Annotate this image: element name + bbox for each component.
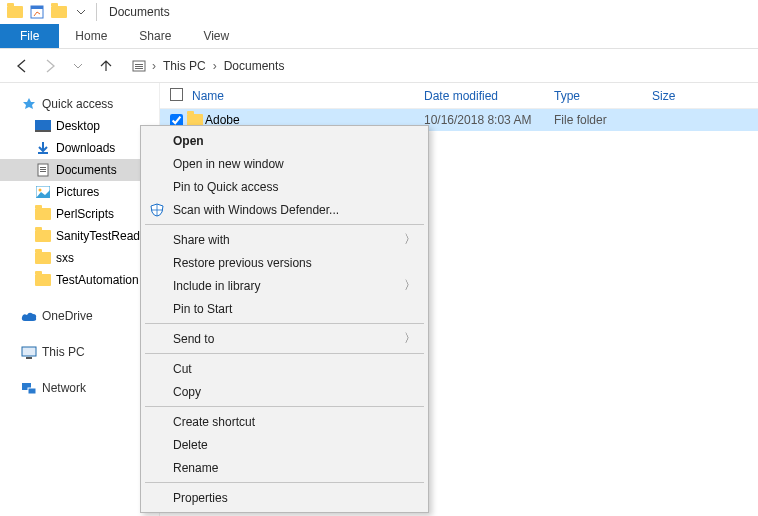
- download-icon: [34, 140, 52, 156]
- sidebar-item-pictures[interactable]: Pictures: [0, 181, 159, 203]
- separator: [145, 353, 424, 354]
- ctx-rename[interactable]: Rename: [143, 456, 426, 479]
- column-name[interactable]: Name: [192, 89, 424, 103]
- sidebar-network[interactable]: Network: [0, 377, 159, 399]
- tab-home[interactable]: Home: [59, 24, 123, 48]
- chevron-right-icon: 〉: [404, 330, 416, 347]
- svg-rect-1: [31, 6, 43, 9]
- ctx-pin-start[interactable]: Pin to Start: [143, 297, 426, 320]
- ctx-include-library[interactable]: Include in library〉: [143, 274, 426, 297]
- column-date[interactable]: Date modified: [424, 89, 554, 103]
- svg-rect-11: [40, 169, 46, 170]
- sidebar-item-sxs[interactable]: sxs: [0, 247, 159, 269]
- column-headers[interactable]: Name Date modified Type Size: [160, 83, 758, 109]
- shield-icon: [149, 202, 165, 218]
- breadcrumb-thispc[interactable]: This PC: [158, 59, 211, 73]
- ribbon: File Home Share View: [0, 24, 758, 49]
- svg-rect-16: [22, 347, 36, 356]
- ctx-cut[interactable]: Cut: [143, 357, 426, 380]
- label: Send to: [173, 332, 214, 346]
- address-folder-icon: [131, 58, 147, 74]
- app-icon: [7, 4, 23, 20]
- folder-icon: [34, 250, 52, 266]
- qat-newfolder-icon[interactable]: [51, 4, 67, 20]
- ctx-pin-quick-access[interactable]: Pin to Quick access: [143, 175, 426, 198]
- folder-icon: [34, 228, 52, 244]
- title-bar: Documents: [0, 0, 758, 24]
- label: Include in library: [173, 279, 260, 293]
- file-date: 10/16/2018 8:03 AM: [424, 113, 554, 127]
- tab-share[interactable]: Share: [123, 24, 187, 48]
- select-all-checkbox[interactable]: [170, 88, 183, 101]
- tab-file[interactable]: File: [0, 24, 59, 48]
- column-type[interactable]: Type: [554, 89, 652, 103]
- separator: [145, 406, 424, 407]
- svg-rect-10: [40, 167, 46, 168]
- chevron-right-icon[interactable]: ›: [152, 59, 156, 73]
- sidebar-onedrive[interactable]: OneDrive: [0, 305, 159, 327]
- label: Documents: [56, 163, 117, 177]
- separator: [145, 482, 424, 483]
- file-type: File folder: [554, 113, 652, 127]
- address-bar[interactable]: › This PC › Documents: [128, 58, 289, 74]
- ctx-open-new-window[interactable]: Open in new window: [143, 152, 426, 175]
- pc-icon: [20, 344, 38, 360]
- label: TestAutomation: [56, 273, 139, 287]
- svg-rect-12: [40, 171, 46, 172]
- ctx-send-to[interactable]: Send to〉: [143, 327, 426, 350]
- up-button[interactable]: [94, 54, 118, 78]
- separator: [96, 3, 97, 21]
- svg-rect-4: [135, 66, 143, 67]
- label: Downloads: [56, 141, 115, 155]
- sidebar-item-downloads[interactable]: Downloads: [0, 137, 159, 159]
- qat-properties-icon[interactable]: [29, 4, 45, 20]
- ctx-open[interactable]: Open: [143, 129, 426, 152]
- svg-rect-3: [135, 64, 143, 65]
- back-button[interactable]: [10, 54, 34, 78]
- chevron-right-icon[interactable]: ›: [213, 59, 217, 73]
- separator: [145, 323, 424, 324]
- ctx-copy[interactable]: Copy: [143, 380, 426, 403]
- sidebar-item-sanitytestread[interactable]: SanityTestRead: [0, 225, 159, 247]
- label: OneDrive: [42, 309, 93, 323]
- sidebar-thispc[interactable]: This PC: [0, 341, 159, 363]
- sidebar-item-testautomation[interactable]: TestAutomation: [0, 269, 159, 291]
- cloud-icon: [20, 308, 38, 324]
- tab-view[interactable]: View: [187, 24, 245, 48]
- sidebar-quick-access[interactable]: Quick access: [0, 93, 159, 115]
- breadcrumb-documents[interactable]: Documents: [219, 59, 290, 73]
- ctx-restore-versions[interactable]: Restore previous versions: [143, 251, 426, 274]
- label: Desktop: [56, 119, 100, 133]
- label: SanityTestRead: [56, 229, 140, 243]
- svg-rect-6: [35, 120, 51, 130]
- forward-button[interactable]: [38, 54, 62, 78]
- sidebar-item-perlscripts[interactable]: PerlScripts: [0, 203, 159, 225]
- sidebar-item-documents[interactable]: Documents: [0, 159, 159, 181]
- qat-dropdown-icon[interactable]: [73, 4, 89, 20]
- column-size[interactable]: Size: [652, 89, 712, 103]
- svg-rect-7: [35, 130, 51, 132]
- recent-dropdown-icon[interactable]: [66, 54, 90, 78]
- pictures-icon: [34, 184, 52, 200]
- context-menu: Open Open in new window Pin to Quick acc…: [140, 125, 429, 513]
- document-icon: [34, 162, 52, 178]
- svg-point-14: [39, 189, 42, 192]
- svg-rect-17: [26, 357, 32, 359]
- sidebar-item-desktop[interactable]: Desktop: [0, 115, 159, 137]
- ctx-share-with[interactable]: Share with〉: [143, 228, 426, 251]
- folder-icon: [34, 272, 52, 288]
- ctx-delete[interactable]: Delete: [143, 433, 426, 456]
- desktop-icon: [34, 118, 52, 134]
- svg-rect-19: [28, 388, 36, 394]
- ctx-properties[interactable]: Properties: [143, 486, 426, 509]
- label: Network: [42, 381, 86, 395]
- label: sxs: [56, 251, 74, 265]
- svg-rect-5: [135, 68, 143, 69]
- ctx-scan-defender[interactable]: Scan with Windows Defender...: [143, 198, 426, 221]
- window-title: Documents: [109, 5, 170, 19]
- chevron-right-icon: 〉: [404, 231, 416, 248]
- folder-icon: [34, 206, 52, 222]
- navigation-bar: › This PC › Documents: [0, 49, 758, 83]
- ctx-create-shortcut[interactable]: Create shortcut: [143, 410, 426, 433]
- label: Scan with Windows Defender...: [173, 203, 339, 217]
